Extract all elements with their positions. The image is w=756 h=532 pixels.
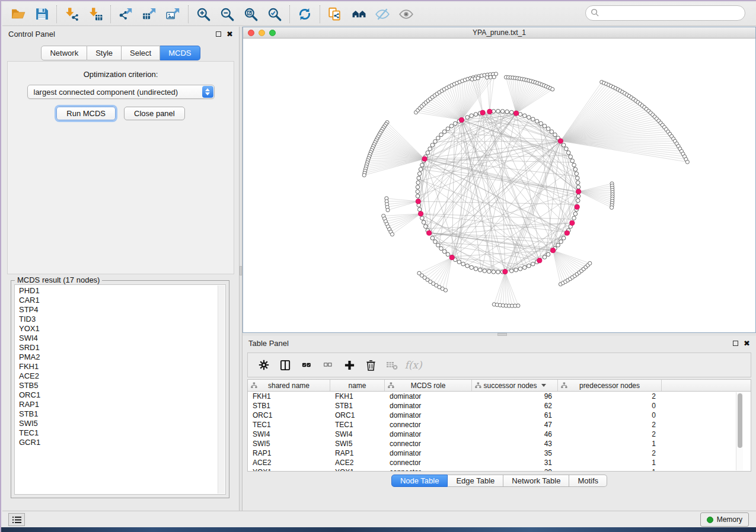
network-node[interactable] <box>453 121 457 126</box>
table-row[interactable]: ORC1ORC1dominator610 <box>248 411 751 420</box>
network-node[interactable] <box>457 260 461 264</box>
network-node[interactable] <box>572 163 576 167</box>
cell-MCDS-role[interactable]: connector <box>385 420 472 430</box>
cell-name[interactable]: FKH1 <box>330 392 385 401</box>
import-table-button[interactable] <box>84 4 107 24</box>
float-table-panel-icon[interactable] <box>733 341 738 346</box>
cell-name[interactable]: SWI5 <box>330 439 385 448</box>
close-panel-icon[interactable]: ✖ <box>227 30 233 38</box>
network-node[interactable] <box>442 249 446 254</box>
cell-shared-name[interactable]: ORC1 <box>248 411 330 420</box>
show-columns-button[interactable] <box>276 355 294 374</box>
network-node[interactable] <box>564 147 569 151</box>
mcds-result-item[interactable]: PHD1 <box>15 286 217 296</box>
mcds-result-item[interactable]: TID3 <box>15 315 217 324</box>
duplicate-network-button[interactable] <box>323 4 347 24</box>
network-leaf-node[interactable] <box>492 75 496 79</box>
optimization-criterion-select[interactable]: largest connected component (undirected) <box>27 85 215 99</box>
network-leaf-node[interactable] <box>485 76 489 79</box>
network-hub-node[interactable] <box>558 139 563 143</box>
zoom-fit-button[interactable] <box>239 4 263 24</box>
cell-shared-name[interactable]: ACE2 <box>248 458 330 467</box>
tab-select[interactable]: Select <box>122 46 160 60</box>
network-node[interactable] <box>566 150 570 155</box>
network-node[interactable] <box>505 110 509 114</box>
import-network-button[interactable] <box>60 4 84 24</box>
network-node[interactable] <box>562 236 566 241</box>
network-node[interactable] <box>543 255 547 259</box>
cell-successor-nodes[interactable]: 62 <box>472 401 558 411</box>
mcds-result-item[interactable]: PMA2 <box>15 352 217 362</box>
cell-shared-name[interactable]: RAP1 <box>248 448 330 458</box>
network-node[interactable] <box>496 270 500 274</box>
mcds-result-item[interactable]: ACE2 <box>15 371 217 381</box>
tab-mcds[interactable]: MCDS <box>160 46 200 60</box>
network-leaf-node[interactable] <box>362 174 366 177</box>
column-header-MCDS-role[interactable]: MCDS role <box>385 380 472 391</box>
network-node[interactable] <box>422 220 426 225</box>
mcds-result-item[interactable]: STB5 <box>15 381 217 390</box>
export-table-button[interactable] <box>138 4 161 24</box>
network-node[interactable] <box>430 236 435 241</box>
run-mcds-button[interactable]: Run MCDS <box>56 107 116 120</box>
network-node[interactable] <box>426 150 430 155</box>
network-hub-node[interactable] <box>575 204 579 209</box>
zoom-in-button[interactable] <box>192 4 215 24</box>
cell-successor-nodes[interactable]: 43 <box>472 439 558 448</box>
network-node[interactable] <box>550 130 554 134</box>
network-hub-node[interactable] <box>422 156 427 161</box>
network-hub-node[interactable] <box>449 255 454 259</box>
network-node[interactable] <box>518 267 522 271</box>
close-table-panel-icon[interactable]: ✖ <box>744 339 750 347</box>
search-input[interactable] <box>585 5 745 21</box>
table-scrollbar-thumb[interactable] <box>738 393 742 448</box>
mcds-result-item[interactable]: SRD1 <box>15 343 217 352</box>
network-node[interactable] <box>428 147 432 151</box>
cell-successor-nodes[interactable]: 47 <box>472 420 558 430</box>
mcds-result-item[interactable]: SWI5 <box>15 419 217 428</box>
task-list-button[interactable] <box>8 513 25 526</box>
network-leaf-node[interactable] <box>444 289 447 292</box>
network-node[interactable] <box>576 181 580 185</box>
network-node[interactable] <box>546 127 550 131</box>
network-node[interactable] <box>416 181 420 185</box>
mcds-result-item[interactable]: TEC1 <box>15 428 217 438</box>
network-node[interactable] <box>509 269 513 273</box>
mcds-result-item[interactable]: RAP1 <box>15 400 217 409</box>
table-row[interactable]: ACE2ACE2connector311 <box>248 458 751 467</box>
network-node[interactable] <box>474 113 478 117</box>
cell-name[interactable]: STB1 <box>330 401 385 411</box>
hide-selected-button[interactable] <box>371 4 394 24</box>
network-node[interactable] <box>543 124 547 128</box>
network-node[interactable] <box>556 243 560 247</box>
column-header-predecessor-nodes[interactable]: predecessor nodes <box>558 380 662 391</box>
network-node[interactable] <box>573 212 578 216</box>
network-node[interactable] <box>417 207 422 211</box>
network-hub-node[interactable] <box>564 230 569 235</box>
network-leaf-node[interactable] <box>610 206 614 209</box>
network-node[interactable] <box>417 172 422 176</box>
cell-name[interactable]: ACE2 <box>330 458 385 467</box>
network-hub-node[interactable] <box>416 199 420 204</box>
cell-shared-name[interactable]: STB1 <box>248 401 330 411</box>
table-row[interactable]: SWI4SWI4dominator462 <box>248 430 751 439</box>
network-node[interactable] <box>546 252 550 257</box>
network-node[interactable] <box>420 163 425 167</box>
network-hub-node[interactable] <box>419 211 423 216</box>
table-row[interactable]: RAP1RAP1dominator352 <box>248 448 751 458</box>
cell-MCDS-role[interactable]: dominator <box>385 392 472 401</box>
network-node[interactable] <box>423 225 428 229</box>
cell-predecessor-nodes[interactable]: 0 <box>558 401 662 411</box>
tab-network[interactable]: Network <box>41 46 87 60</box>
cell-predecessor-nodes[interactable]: 1 <box>558 439 662 448</box>
network-leaf-node[interactable] <box>685 160 689 164</box>
table-row[interactable]: SWI5SWI5connector431 <box>248 439 751 448</box>
cell-shared-name[interactable]: SWI4 <box>248 430 330 439</box>
tab-motifs[interactable]: Motifs <box>569 475 607 487</box>
mcds-result-item[interactable]: STP4 <box>15 305 217 315</box>
column-header-name[interactable]: name <box>330 380 385 391</box>
network-node[interactable] <box>470 265 474 270</box>
network-node[interactable] <box>420 216 425 220</box>
network-hub-node[interactable] <box>570 220 575 225</box>
zoom-selected-button[interactable] <box>263 4 286 24</box>
